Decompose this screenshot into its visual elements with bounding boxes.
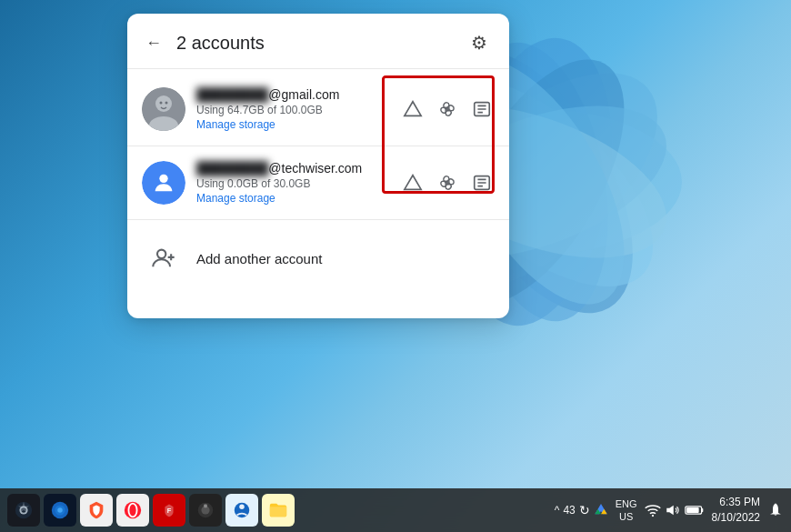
svg-rect-37: [686, 507, 699, 513]
account-item-2[interactable]: ████████@techwiser.com Using 0.0GB of 30…: [127, 150, 509, 216]
desktop: ← 2 accounts ⚙: [0, 0, 791, 532]
drive-tray-icon-svg: [594, 502, 608, 517]
divider-2: [127, 219, 509, 220]
taskbar-forticlient[interactable]: F: [153, 494, 185, 527]
user-icon: [151, 170, 176, 196]
svg-rect-36: [701, 508, 703, 512]
taskbar-app7[interactable]: [225, 494, 258, 527]
opera-icon: [123, 500, 143, 520]
popup-header: ← 2 accounts ⚙: [127, 14, 509, 69]
svg-rect-30: [204, 505, 207, 508]
svg-text:F: F: [167, 507, 172, 515]
drive-tray-icon[interactable]: [594, 502, 608, 519]
taskbar-tray[interactable]: ^ 43 ↻: [555, 502, 608, 519]
notification-icon[interactable]: [767, 502, 784, 518]
language-region[interactable]: ENG US: [616, 497, 637, 524]
wifi-icon: [645, 502, 661, 518]
drive-icon-1[interactable]: [400, 96, 426, 122]
accounts-list: ████████@gmail.com Using 64.7GB of 100.0…: [127, 69, 509, 300]
account-icons-1: [400, 96, 495, 122]
avatar-2: [142, 161, 185, 205]
docs-icon-1[interactable]: [469, 96, 495, 122]
taskbar-time[interactable]: 6:35 PM 8/10/2022: [712, 495, 760, 526]
google-docs-icon: [472, 99, 492, 119]
back-button[interactable]: ←: [142, 30, 165, 56]
google-drive-icon-2: [403, 173, 423, 193]
account-email-2: ████████@techwiser.com: [196, 161, 389, 176]
google-photos-icon-2: [437, 173, 457, 193]
account-info-1: ████████@gmail.com Using 64.7GB of 100.0…: [196, 87, 389, 131]
add-person-icon: [142, 236, 185, 280]
vpn-icon: [50, 500, 70, 520]
forticlient-icon: F: [159, 500, 179, 520]
avatar-photo-1: [142, 87, 185, 131]
taskbar-app6[interactable]: [189, 494, 222, 527]
google-photos-icon: [437, 99, 457, 119]
taskbar-steam[interactable]: [7, 494, 40, 527]
taskbar-folder[interactable]: [262, 494, 295, 527]
taskbar-vpn[interactable]: [44, 494, 76, 527]
svg-marker-34: [666, 506, 674, 516]
svg-point-33: [651, 515, 653, 517]
user-avatar-icon: [142, 87, 185, 131]
account-icons-2: [400, 170, 495, 196]
region-label: US: [616, 510, 637, 523]
volume-icon: [665, 502, 681, 518]
svg-point-11: [155, 95, 172, 112]
add-account-item[interactable]: Add another account: [127, 224, 509, 293]
docs-icon-2[interactable]: [469, 170, 495, 196]
email-blurred-1: ████████: [196, 87, 268, 102]
add-user-icon: [151, 246, 176, 271]
google-drive-icon: [403, 99, 423, 119]
taskbar-left: F: [7, 494, 295, 527]
language-label: ENG: [616, 497, 637, 510]
brave-icon: [86, 500, 106, 520]
svg-point-32: [239, 505, 245, 510]
email-blurred-2: ████████: [196, 161, 268, 176]
taskbar-brave[interactable]: [80, 494, 113, 527]
account-storage-1: Using 64.7GB of 100.0GB: [196, 104, 389, 116]
battery-icon: [685, 504, 705, 517]
clock-date: 8/10/2022: [712, 510, 760, 526]
folder-icon: [268, 500, 288, 520]
svg-point-24: [57, 507, 63, 513]
photos-icon-1[interactable]: [435, 96, 460, 122]
app6-icon: [195, 500, 215, 520]
tray-chevron: ^: [555, 504, 560, 517]
account-storage-2: Using 0.0GB of 30.0GB: [196, 177, 389, 190]
steam-icon: [14, 500, 34, 520]
svg-point-16: [159, 175, 167, 183]
add-account-label: Add another account: [196, 251, 322, 266]
svg-point-13: [160, 102, 163, 105]
divider-1: [127, 146, 509, 146]
manage-storage-2[interactable]: Manage storage: [196, 192, 389, 205]
network-icons[interactable]: [645, 502, 705, 518]
accounts-popup: ← 2 accounts ⚙: [127, 14, 509, 318]
google-docs-icon-2: [472, 173, 492, 193]
settings-button[interactable]: ⚙: [467, 28, 491, 57]
clock-time: 6:35 PM: [719, 495, 760, 510]
svg-point-18: [157, 250, 165, 258]
svg-point-26: [128, 504, 136, 517]
account-info-2: ████████@techwiser.com Using 0.0GB of 30…: [196, 161, 389, 205]
avatar-generic-2: [142, 161, 185, 205]
tray-number: 43: [563, 504, 575, 517]
popup-title: 2 accounts: [176, 33, 265, 54]
app7-icon: [232, 500, 252, 520]
avatar-1: [142, 87, 185, 131]
svg-point-14: [165, 102, 168, 105]
drive-icon-2[interactable]: [400, 170, 426, 196]
account-email-1: ████████@gmail.com: [196, 87, 389, 102]
taskbar-opera[interactable]: [116, 494, 149, 527]
taskbar: F: [0, 488, 791, 532]
taskbar-right: ^ 43 ↻ ENG US: [555, 495, 784, 526]
manage-storage-1[interactable]: Manage storage: [196, 118, 389, 131]
popup-header-left: ← 2 accounts: [142, 30, 265, 56]
refresh-icon: ↻: [579, 503, 590, 517]
account-item-1[interactable]: ████████@gmail.com Using 64.7GB of 100.0…: [127, 76, 509, 142]
photos-icon-2[interactable]: [435, 170, 460, 196]
